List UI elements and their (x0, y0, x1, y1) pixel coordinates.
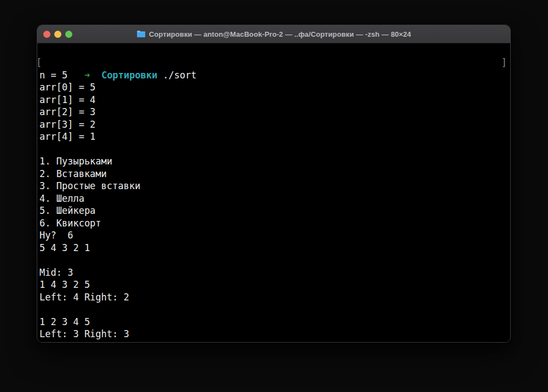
output-line (39, 303, 508, 316)
folder-icon (136, 30, 146, 38)
prompt-mark-right-icon: ] (501, 56, 507, 69)
terminal-content[interactable]: [➜Сортировки./sort] n = 5arr[0] = 5arr[1… (37, 43, 510, 343)
terminal-output: n = 5arr[0] = 5arr[1] = 4arr[2] = 3arr[3… (39, 69, 508, 340)
prompt-arrow-icon: ➜ (84, 69, 101, 82)
output-line: 5 4 3 2 1 (39, 242, 508, 254)
prompt-mark-left-icon: [ (37, 56, 42, 69)
output-line: arr[4] = 1 (39, 130, 508, 143)
titlebar-proxy: Сортировки — anton@MacBook-Pro-2 — ..фа/… (136, 30, 411, 38)
output-line: Left: 4 Right: 2 (39, 291, 508, 304)
output-line: 6. Квиксорт (39, 217, 508, 230)
prompt-cwd: Сортировки (101, 70, 157, 81)
output-line: 1. Пузырьками (39, 155, 508, 168)
output-line: arr[3] = 2 (39, 118, 508, 131)
prompt-command: ./sort (163, 70, 196, 81)
output-line: arr[0] = 5 (39, 81, 508, 94)
prompt-line: [➜Сортировки./sort] (39, 56, 508, 69)
traffic-lights (43, 25, 72, 43)
output-line: 1 2 3 4 5 (39, 316, 508, 328)
zoom-button[interactable] (65, 31, 72, 38)
terminal-window: Сортировки — anton@MacBook-Pro-2 — ..фа/… (37, 25, 511, 343)
output-line: Mid: 3 (39, 266, 508, 279)
output-line: Left: 3 Right: 3 (39, 328, 508, 340)
output-line (39, 143, 508, 156)
output-line: 5. Шейкера (39, 204, 508, 217)
close-button[interactable] (43, 31, 50, 38)
output-line: 3. Простые вставки (39, 180, 508, 192)
output-line: Ну? 6 (39, 229, 508, 242)
output-line: 4. Шелла (39, 192, 508, 205)
output-line: arr[1] = 4 (39, 94, 508, 106)
output-line: arr[2] = 3 (39, 106, 508, 118)
window-title: Сортировки — anton@MacBook-Pro-2 — ..фа/… (149, 30, 411, 38)
window-titlebar[interactable]: Сортировки — anton@MacBook-Pro-2 — ..фа/… (37, 25, 510, 43)
output-line: 1 4 3 2 5 (39, 279, 508, 291)
output-line (39, 254, 508, 266)
output-line: 2. Вставками (39, 168, 508, 180)
desktop-background: Сортировки — anton@MacBook-Pro-2 — ..фа/… (0, 0, 548, 392)
minimize-button[interactable] (54, 31, 61, 38)
